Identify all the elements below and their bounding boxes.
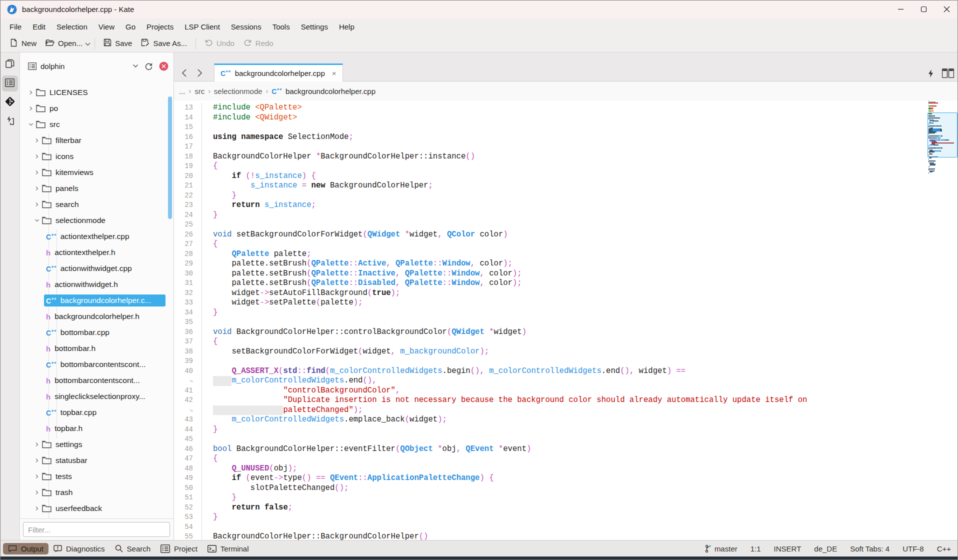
code-line[interactable]: 43 m_colorControlledWidgets.emplace_back… xyxy=(174,415,924,425)
menu-view[interactable]: View xyxy=(93,20,120,33)
code-line[interactable]: 53} xyxy=(174,512,924,522)
code-line[interactable]: 49 if (event->type() == QEvent::Applicat… xyxy=(174,474,924,484)
code-line[interactable]: 38 setBackgroundColorForWidget(widget, m… xyxy=(174,347,924,357)
maximize-button[interactable] xyxy=(912,0,935,18)
project-selector[interactable]: dolphin xyxy=(20,56,174,76)
code-line[interactable]: 44} xyxy=(174,425,924,435)
tree-item-po[interactable]: po xyxy=(20,100,174,116)
code-line[interactable]: 27{ xyxy=(174,240,924,250)
minimap-viewport[interactable] xyxy=(928,112,958,158)
chevron-down-icon[interactable] xyxy=(132,64,138,68)
code-line[interactable]: 54 xyxy=(174,522,924,532)
code-line[interactable]: 50 slotPaletteChanged(); xyxy=(174,484,924,494)
tree-item-backgroundcolorhelper-h[interactable]: hbackgroundcolorhelper.h xyxy=(20,308,174,324)
tree-item-tests[interactable]: tests xyxy=(20,468,174,484)
code-line[interactable]: 39 xyxy=(174,356,924,366)
code-line[interactable]: 21 s_instance = new BackgroundColorHelpe… xyxy=(174,181,924,191)
tree-item-actiontexthelper-h[interactable]: hactiontexthelper.h xyxy=(20,244,174,260)
chevron-collapsed-icon[interactable] xyxy=(33,490,41,495)
code-line[interactable]: 41 "controlBackgroundColor", xyxy=(174,386,924,396)
tree-item-userfeedback[interactable]: userfeedback xyxy=(20,500,174,516)
undo-button[interactable]: Undo xyxy=(200,36,239,50)
tree-item-bottombarcontentscont---[interactable]: hbottombarcontentscont... xyxy=(20,372,174,388)
minimap-scrollbar[interactable] xyxy=(928,100,958,174)
code-line[interactable]: 14#include <QWidget> xyxy=(174,113,924,123)
dock-git-icon[interactable] xyxy=(2,94,18,110)
tree-item-topbar-h[interactable]: htopbar.h xyxy=(20,420,174,436)
tree-item-LICENSES[interactable]: LICENSES xyxy=(20,84,174,100)
tree-item-icons[interactable]: icons xyxy=(20,148,174,164)
save-as-button[interactable]: Save As... xyxy=(136,36,192,50)
new-button[interactable]: New xyxy=(5,36,41,51)
open-button[interactable]: Open... xyxy=(41,36,87,50)
menu-lsp-client[interactable]: LSP Client xyxy=(179,20,226,33)
tree-item-actionwithwidget-cpp[interactable]: C++actionwithwidget.cpp xyxy=(20,260,174,276)
tree-item-panels[interactable]: panels xyxy=(20,180,174,196)
menu-go[interactable]: Go xyxy=(120,20,141,33)
code-line[interactable]: 22 } xyxy=(174,191,924,201)
code-line[interactable]: ⤷m_colorControlledWidgets.end(), xyxy=(174,376,924,386)
code-line[interactable]: 16using namespace SelectionMode; xyxy=(174,132,924,142)
code-line[interactable]: 30 palette.setBrush(QPalette::Inactive, … xyxy=(174,269,924,279)
dock-documents-icon[interactable] xyxy=(2,56,18,72)
tab-backgroundcolorhelper[interactable]: C++ backgroundcolorhelper.cpp × xyxy=(214,64,343,82)
dock-symbols-icon[interactable] xyxy=(2,114,18,130)
breadcrumb-item[interactable]: selectionmode xyxy=(214,87,262,96)
code-line[interactable]: 47{ xyxy=(174,454,924,464)
menu-file[interactable]: File xyxy=(4,20,27,33)
tree-item-bottombar-h[interactable]: hbottombar.h xyxy=(20,340,174,356)
code-editor[interactable]: 13#include <QPalette>14#include <QWidget… xyxy=(174,100,958,540)
tree-item-actiontexthelper-cpp[interactable]: C++actiontexthelper.cpp xyxy=(20,228,174,244)
chevron-collapsed-icon[interactable] xyxy=(27,90,35,95)
toolview-terminal-button[interactable]: Terminal xyxy=(202,543,254,554)
code-line[interactable]: 33 widget->setPalette(palette); xyxy=(174,298,924,308)
chevron-collapsed-icon[interactable] xyxy=(33,474,41,479)
chevron-collapsed-icon[interactable] xyxy=(33,154,41,159)
chevron-expanded-icon[interactable] xyxy=(33,218,41,223)
code-line[interactable]: 51 } xyxy=(174,493,924,503)
status-insert[interactable]: INSERT xyxy=(774,544,802,553)
filter-input[interactable] xyxy=(23,522,170,537)
code-line[interactable]: 28 QPalette palette; xyxy=(174,250,924,260)
status-1-1[interactable]: 1:1 xyxy=(750,544,761,553)
code-line[interactable]: 32 widget->setAutoFillBackground(true); xyxy=(174,288,924,298)
chevron-collapsed-icon[interactable] xyxy=(33,170,41,175)
code-line[interactable]: 36void BackgroundColorHelper::controlBac… xyxy=(174,328,924,338)
code-line[interactable]: 19{ xyxy=(174,162,924,172)
nav-forward-icon[interactable] xyxy=(192,67,206,79)
menu-settings[interactable]: Settings xyxy=(296,20,334,33)
close-panel-icon[interactable] xyxy=(159,62,168,71)
menu-tools[interactable]: Tools xyxy=(267,20,296,33)
dock-project-list-icon[interactable] xyxy=(2,76,18,92)
tree-scrollbar[interactable] xyxy=(168,96,172,219)
code-line[interactable]: 25 xyxy=(174,220,924,230)
menu-selection[interactable]: Selection xyxy=(51,20,93,33)
chevron-collapsed-icon[interactable] xyxy=(33,458,41,463)
toolview-search-button[interactable]: Search xyxy=(110,543,156,554)
code-line[interactable]: 13#include <QPalette> xyxy=(174,103,924,113)
minimize-button[interactable] xyxy=(889,0,912,18)
chevron-collapsed-icon[interactable] xyxy=(33,506,41,511)
code-line[interactable]: 40 Q_ASSERT_X(std::find(m_colorControlle… xyxy=(174,366,924,376)
tab-close-icon[interactable]: × xyxy=(332,69,336,78)
split-view-icon[interactable] xyxy=(942,68,954,78)
code-line[interactable]: 45 xyxy=(174,434,924,444)
toolview-diagnostics-button[interactable]: Diagnostics xyxy=(48,543,110,554)
tree-item-search[interactable]: search xyxy=(20,196,174,212)
code-line[interactable]: ⤷paletteChanged"); xyxy=(174,406,924,416)
tree-item-actionwithwidget-h[interactable]: hactionwithwidget.h xyxy=(20,276,174,292)
code-line[interactable]: 34} xyxy=(174,308,924,318)
code-line[interactable]: 46bool BackgroundColorHelper::eventFilte… xyxy=(174,444,924,454)
code-line[interactable]: 20 if (!s_instance) { xyxy=(174,172,924,182)
chevron-collapsed-icon[interactable] xyxy=(33,186,41,191)
tree-item-src[interactable]: src xyxy=(20,116,174,132)
nav-back-icon[interactable] xyxy=(178,67,192,79)
code-line[interactable]: 24} xyxy=(174,210,924,220)
tree-item-filterbar[interactable]: filterbar xyxy=(20,132,174,148)
code-line[interactable]: 48 Q_UNUSED(obj); xyxy=(174,464,924,474)
toolview-output-button[interactable]: Output xyxy=(3,543,48,554)
code-line[interactable]: 29 palette.setBrush(QPalette::Active, QP… xyxy=(174,259,924,269)
toolview-project-button[interactable]: Project xyxy=(156,543,202,554)
tree-item-backgroundcolorhelper-c---[interactable]: C++backgroundcolorhelper.c... xyxy=(20,292,174,308)
tree-item-trash[interactable]: trash xyxy=(20,484,174,500)
